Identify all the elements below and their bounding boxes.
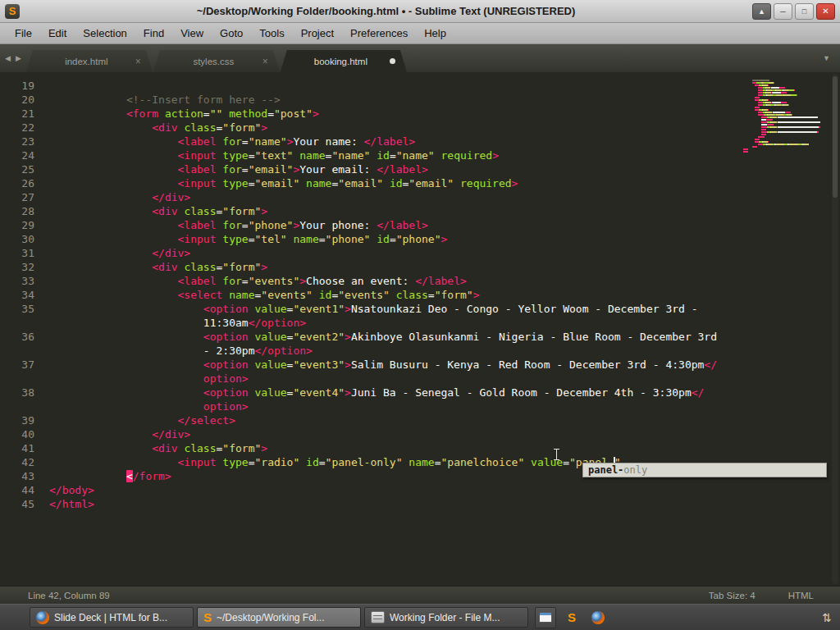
sublime-icon: S (203, 610, 212, 624)
menu-project[interactable]: Project (293, 24, 342, 43)
line-number: 43 (0, 469, 34, 483)
tab-list: index.html×styles.css×booking.html (26, 50, 408, 72)
code-line[interactable]: 21 <form action="" method="post"> (0, 107, 840, 121)
line-number (0, 344, 34, 358)
autocomplete-popup[interactable]: panel-only (582, 463, 827, 477)
code-line[interactable]: 22 <div class="form"> (0, 121, 840, 135)
tab-size-indicator[interactable]: Tab Size: 4 (709, 591, 756, 600)
code-line[interactable]: 11:30am</option> (0, 316, 840, 330)
code-text: </div> (49, 246, 190, 260)
syntax-indicator[interactable]: HTML (788, 591, 814, 600)
minimap[interactable] (743, 77, 829, 153)
taskbar-windows: Slide Deck | HTML for B...S~/Desktop/Wor… (0, 607, 532, 628)
launcher-firefox[interactable] (587, 607, 609, 628)
back-arrow-icon[interactable]: ◀ (5, 54, 11, 62)
firefox-icon (591, 611, 605, 624)
code-text: <option value="event1">Nsatounkazi Deo -… (49, 302, 698, 316)
line-number: 45 (0, 497, 34, 511)
code-line[interactable]: 31 </div> (0, 246, 840, 260)
line-number: 41 (0, 441, 34, 455)
scrollbar-thumb[interactable] (833, 76, 838, 198)
line-number: 38 (0, 386, 34, 399)
line-number: 28 (0, 204, 34, 218)
code-text: <label for="name">Your name: </label> (49, 135, 415, 148)
code-line[interactable]: 28 <div class="form"> (0, 204, 840, 218)
code-line[interactable]: 23 <label for="name">Your name: </label> (0, 135, 840, 148)
launcher-sublime[interactable]: S (561, 607, 582, 628)
editor-scrollbar[interactable] (832, 74, 838, 584)
launcher-window[interactable] (535, 607, 556, 628)
tab-index.html[interactable]: index.html× (26, 50, 153, 72)
tab-label: index.html (38, 57, 135, 66)
code-line[interactable]: 40 </div> (0, 427, 840, 441)
code-line[interactable]: 39 </select> (0, 413, 840, 427)
sublime-icon: S (568, 610, 576, 624)
code-line[interactable]: option> (0, 372, 840, 386)
line-number: 26 (0, 176, 34, 190)
tab-close-icon[interactable]: × (262, 57, 268, 66)
menu-preferences[interactable]: Preferences (342, 24, 416, 43)
shade-button[interactable]: ▲ (752, 3, 771, 20)
menu-help[interactable]: Help (416, 24, 454, 43)
code-line[interactable]: 32 <div class="form"> (0, 260, 840, 274)
taskbar-window-button[interactable]: Working Folder - File M... (364, 607, 528, 628)
window-icon (539, 612, 552, 623)
code-text: 11:30am</option> (49, 316, 306, 330)
code-line[interactable]: 35 <option value="event1">Nsatounkazi De… (0, 302, 840, 316)
maximize-button[interactable]: □ (795, 3, 814, 20)
autocomplete-match: panel- (588, 464, 623, 476)
tab-label: styles.css (165, 57, 262, 66)
code-text: </select> (49, 413, 235, 427)
code-line[interactable]: option> (0, 399, 840, 413)
tab-close-icon[interactable]: × (135, 57, 141, 66)
menu-selection[interactable]: Selection (75, 24, 135, 43)
taskbar-window-button[interactable]: S~/Desktop/Working Fol... (197, 607, 361, 628)
code-line[interactable]: 37 <option value="event3">Salim Busuru -… (0, 358, 840, 372)
editor-area[interactable]: 1920 <!--Insert form here -->21 <form ac… (0, 72, 840, 586)
taskbar-window-button[interactable]: Slide Deck | HTML for B... (30, 607, 194, 628)
tab-overflow-button[interactable]: ▼ (813, 54, 840, 62)
menu-find[interactable]: Find (135, 24, 172, 43)
code-line[interactable]: 45</html> (0, 497, 840, 511)
code-line[interactable]: 34 <select name="events" id="events" cla… (0, 288, 840, 302)
code-line[interactable]: 29 <label for="phone">Your phone: </labe… (0, 218, 840, 232)
code-line[interactable]: 44</body> (0, 483, 840, 497)
code-text: option> (49, 399, 249, 413)
code-line[interactable]: 41 <div class="form"> (0, 441, 840, 455)
code-line[interactable]: 27 </div> (0, 190, 840, 204)
menu-file[interactable]: File (7, 24, 40, 43)
code-text: - 2:30pm</option> (49, 344, 313, 358)
tab-booking.html[interactable]: booking.html (281, 50, 407, 72)
forward-arrow-icon[interactable]: ▶ (16, 54, 21, 62)
menu-goto[interactable]: Goto (212, 24, 251, 43)
code-view[interactable]: 1920 <!--Insert form here -->21 <form ac… (0, 72, 840, 511)
taskbar: Slide Deck | HTML for B...S~/Desktop/Wor… (0, 604, 840, 630)
code-line[interactable]: - 2:30pm</option> (0, 344, 840, 358)
code-line[interactable]: 26 <input type="email" name="email" id="… (0, 176, 840, 190)
code-line[interactable]: 24 <input type="text" name="name" id="na… (0, 148, 840, 162)
line-number: 32 (0, 260, 34, 274)
code-line[interactable]: 38 <option value="event4">Juni Ba - Sene… (0, 386, 840, 399)
code-line[interactable]: 19 (0, 79, 840, 93)
code-text: <input type="radio" id="panel-only" name… (49, 455, 621, 469)
close-button[interactable]: ✕ (816, 3, 835, 20)
menu-view[interactable]: View (172, 24, 212, 43)
line-number (0, 372, 34, 386)
menu-edit[interactable]: Edit (40, 24, 75, 43)
code-line[interactable]: 25 <label for="email">Your email: </labe… (0, 162, 840, 176)
line-number: 23 (0, 135, 34, 148)
menu-tools[interactable]: Tools (251, 24, 292, 43)
sublime-app-icon: S (5, 4, 20, 19)
code-line[interactable]: 20 <!--Insert form here --> (0, 93, 840, 107)
code-line[interactable]: 30 <input type="tel" name="phone" id="ph… (0, 232, 840, 246)
sublime-text-window: S ~/Desktop/Working Folder/booking.html … (0, 0, 840, 630)
line-number: 19 (0, 79, 34, 93)
tab-styles.css[interactable]: styles.css× (153, 50, 280, 72)
minimize-button[interactable]: ─ (774, 3, 792, 20)
code-text: option> (49, 372, 249, 386)
line-number: 44 (0, 483, 34, 497)
code-line[interactable]: 33 <label for="events">Choose an event: … (0, 274, 840, 288)
code-line[interactable]: 36 <option value="event2">Akinboye Olasu… (0, 330, 840, 344)
workspace-indicator[interactable]: ⇅ (814, 611, 840, 624)
window-titlebar[interactable]: S ~/Desktop/Working Folder/booking.html … (0, 0, 840, 23)
